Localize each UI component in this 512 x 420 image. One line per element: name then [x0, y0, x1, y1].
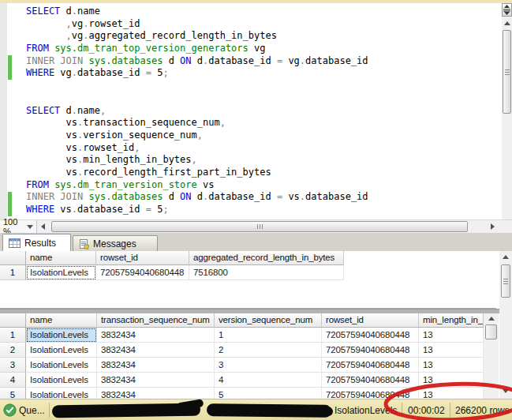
column-header-aggregated_record_length_in_bytes[interactable]: aggregated_record_length_in_bytes: [189, 251, 344, 265]
pane-scrollbar-thumb[interactable]: [501, 264, 510, 298]
grid-cell[interactable]: 72057594040680448: [96, 265, 189, 280]
table-row: 3IsolationLevels383243437205759404068044…: [0, 358, 484, 373]
grid-cell[interactable]: IsolationLevels: [26, 328, 97, 343]
tab-results[interactable]: Results: [2, 234, 71, 251]
zoom-level-dropdown[interactable]: 100 %: [0, 220, 37, 233]
scroll-up-button[interactable]: [502, 18, 512, 28]
column-header-transaction_sequence_num[interactable]: transaction_sequence_num: [97, 313, 215, 328]
results-grid-1[interactable]: namerowset_idaggregated_record_length_in…: [0, 251, 496, 309]
scroll-left-button[interactable]: [38, 221, 48, 232]
row-number[interactable]: 1: [0, 265, 26, 280]
code-token: .: [300, 191, 305, 202]
grid2-vertical-scrollbar[interactable]: [484, 313, 499, 399]
arrow-left-icon: [41, 223, 45, 230]
code-line[interactable]: WHERE vg.database_id = 5;: [0, 67, 501, 80]
column-header-version_sequence_num[interactable]: version_sequence_num: [215, 313, 322, 328]
grid-cell[interactable]: 1: [215, 328, 322, 343]
results-grid-2[interactable]: nametransaction_sequence_numversion_sequ…: [0, 313, 484, 399]
grid-cell[interactable]: 72057594040680448: [322, 373, 419, 388]
grid-cell[interactable]: 3832434: [97, 388, 215, 399]
horizontal-scrollbar-thumb[interactable]: [51, 221, 468, 232]
splitter-handle-icon[interactable]: [502, 3, 512, 17]
code-token: database_id: [77, 67, 146, 78]
grid-cell[interactable]: 7516800: [189, 265, 344, 280]
code-line[interactable]: INNER JOIN sys.databases d ON d.database…: [0, 191, 501, 204]
grid-cell[interactable]: 13: [419, 388, 484, 399]
grid-cell[interactable]: 13: [419, 373, 484, 388]
code-line[interactable]: SELECT d.name,: [0, 105, 501, 118]
code-line[interactable]: SELECT d.name: [0, 6, 501, 18]
grid-cell[interactable]: 3832434: [97, 343, 215, 358]
column-header-rowset_id[interactable]: rowset_id: [96, 251, 189, 265]
code-line[interactable]: vs.min_length_in_bytes,: [0, 154, 501, 167]
grid-cell[interactable]: IsolationLevels: [26, 358, 97, 373]
sql-query-editor[interactable]: SELECT d.name ,vg.rowset_id ,vg.aggregat…: [0, 3, 512, 219]
code-line[interactable]: [0, 80, 501, 92]
tab-messages[interactable]: Messages: [73, 235, 158, 251]
editor-scrollbar-thumb[interactable]: [503, 30, 511, 114]
code-line[interactable]: [0, 92, 501, 105]
horizontal-scrollbar[interactable]: [49, 221, 486, 232]
code-line[interactable]: FROM sys.dm_tran_version_store vs: [0, 179, 501, 192]
editor-vertical-scrollbar[interactable]: [502, 3, 512, 219]
row-number[interactable]: 5: [0, 388, 26, 399]
table-row: 5IsolationLevels383243457205759404068044…: [0, 388, 484, 399]
code-token: vg: [54, 67, 72, 78]
grid-cell[interactable]: 4: [215, 373, 322, 388]
code-line[interactable]: WHERE vs.database_id = 5;: [0, 204, 501, 216]
grid-cell[interactable]: 72057594040680448: [322, 328, 419, 343]
column-header-name[interactable]: name: [26, 313, 97, 328]
grid-cell[interactable]: 2: [215, 343, 322, 358]
code-token: 5: [151, 204, 163, 215]
scrollbar-grip-icon: [503, 279, 508, 284]
column-header-rowset_id[interactable]: rowset_id: [322, 313, 419, 328]
code-line[interactable]: FROM sys.dm_tran_top_version_generators …: [0, 43, 501, 55]
grid-cell[interactable]: 72057594040680448: [322, 343, 419, 358]
grid-cell[interactable]: 72057594040680448: [322, 358, 419, 373]
grid-corner-cell[interactable]: [0, 313, 26, 328]
row-number[interactable]: 2: [0, 343, 26, 358]
code-token: name: [77, 105, 100, 116]
code-token: =: [146, 67, 151, 78]
scroll-right-button[interactable]: [487, 221, 498, 232]
status-separator: [450, 403, 450, 418]
code-line[interactable]: vs.rowset_id,: [0, 142, 501, 155]
code-line[interactable]: INNER JOIN sys.databases d ON d.database…: [0, 55, 501, 68]
code-line[interactable]: vs.version_sequence_num,: [0, 129, 501, 142]
redacted-server-name: [52, 403, 200, 418]
code-line[interactable]: ,vg.aggregated_record_length_in_bytes: [0, 30, 501, 43]
code-line[interactable]: vs.record_length_first_part_in_bytes: [0, 167, 501, 179]
code-line[interactable]: vs.transaction_sequence_num,: [0, 117, 501, 129]
row-number[interactable]: 4: [0, 373, 26, 388]
grid-corner-cell[interactable]: [0, 251, 26, 265]
grid-cell[interactable]: 3: [215, 358, 322, 373]
grid-cell[interactable]: IsolationLevels: [26, 343, 97, 358]
grid-cell[interactable]: 3832434: [97, 328, 215, 343]
grid-cell[interactable]: 13: [419, 343, 484, 358]
grid2-scrollbar-thumb[interactable]: [485, 324, 497, 339]
grid-cell[interactable]: IsolationLevels: [26, 373, 97, 388]
code-token: vg: [282, 55, 300, 66]
results-pane-scrollbar[interactable]: [499, 251, 512, 399]
grid-cell[interactable]: IsolationLevels: [26, 265, 96, 280]
grid-cell[interactable]: 72057594040680448: [322, 388, 419, 399]
code-area[interactable]: SELECT d.name ,vg.rowset_id ,vg.aggregat…: [0, 6, 501, 216]
scroll-up-button[interactable]: [484, 313, 499, 324]
code-line[interactable]: ,vg.rowset_id: [0, 18, 501, 31]
grid-cell[interactable]: 5: [215, 388, 322, 399]
column-header-name[interactable]: name: [26, 251, 96, 265]
code-token: FROM: [26, 43, 49, 54]
row-number[interactable]: 1: [0, 328, 26, 343]
scroll-down-button[interactable]: [499, 386, 512, 396]
code-token: d: [60, 105, 71, 116]
grid-header-row: nametransaction_sequence_numversion_sequ…: [0, 313, 484, 328]
grid-cell[interactable]: 3832434: [97, 358, 215, 373]
grid-cell[interactable]: IsolationLevels: [26, 388, 97, 399]
grid-cell[interactable]: 3832434: [97, 373, 215, 388]
grid-cell[interactable]: 13: [419, 328, 484, 343]
row-number[interactable]: 3: [0, 358, 26, 373]
code-token: .: [72, 67, 77, 78]
grid-cell[interactable]: 13: [419, 358, 484, 373]
scroll-up-button[interactable]: [499, 252, 512, 262]
column-header-min_length_in_byt[interactable]: min_length_in_byt: [419, 313, 484, 328]
